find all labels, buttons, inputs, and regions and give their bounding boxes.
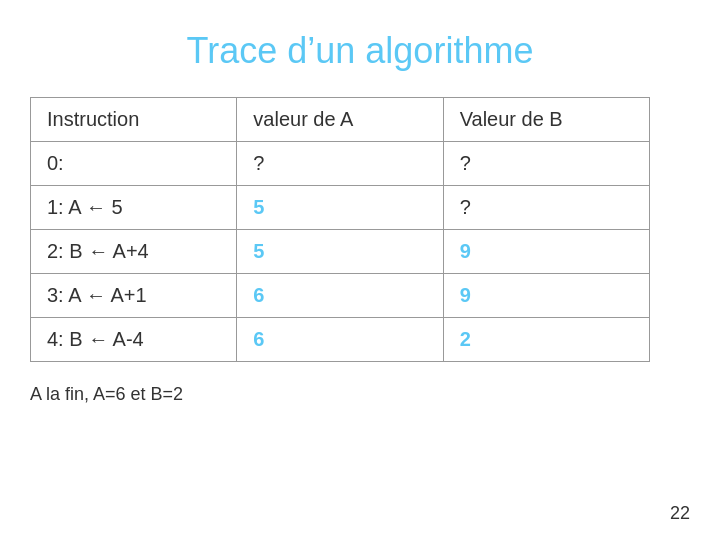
cell-a-2: 5	[237, 230, 443, 274]
header-valeur-b: Valeur de B	[443, 98, 649, 142]
table-row: 3: A ← A+1 6 9	[31, 274, 650, 318]
cell-instruction-2: 2: B ← A+4	[31, 230, 237, 274]
cell-b-4: 2	[443, 318, 649, 362]
cell-b-1: ?	[443, 186, 649, 230]
cell-instruction-3: 3: A ← A+1	[31, 274, 237, 318]
table-row: 0: ? ?	[31, 142, 650, 186]
cell-instruction-1: 1: A ← 5	[31, 186, 237, 230]
cell-b-3: 9	[443, 274, 649, 318]
table-row: 4: B ← A-4 6 2	[31, 318, 650, 362]
footer-note: A la fin, A=6 et B=2	[30, 384, 690, 405]
cell-instruction-4: 4: B ← A-4	[31, 318, 237, 362]
table-row: 1: A ← 5 5 ?	[31, 186, 650, 230]
table-container: Instruction valeur de A Valeur de B 0: ?…	[30, 97, 690, 362]
cell-b-2: 9	[443, 230, 649, 274]
cell-a-3: 6	[237, 274, 443, 318]
cell-b-0: ?	[443, 142, 649, 186]
cell-a-0: ?	[237, 142, 443, 186]
cell-a-1: 5	[237, 186, 443, 230]
header-valeur-a: valeur de A	[237, 98, 443, 142]
page-title: Trace d’un algorithme	[0, 0, 720, 97]
page-number: 22	[670, 503, 690, 524]
cell-instruction-0: 0:	[31, 142, 237, 186]
table-row: 2: B ← A+4 5 9	[31, 230, 650, 274]
header-instruction: Instruction	[31, 98, 237, 142]
table-header-row: Instruction valeur de A Valeur de B	[31, 98, 650, 142]
algorithm-table: Instruction valeur de A Valeur de B 0: ?…	[30, 97, 650, 362]
cell-a-4: 6	[237, 318, 443, 362]
